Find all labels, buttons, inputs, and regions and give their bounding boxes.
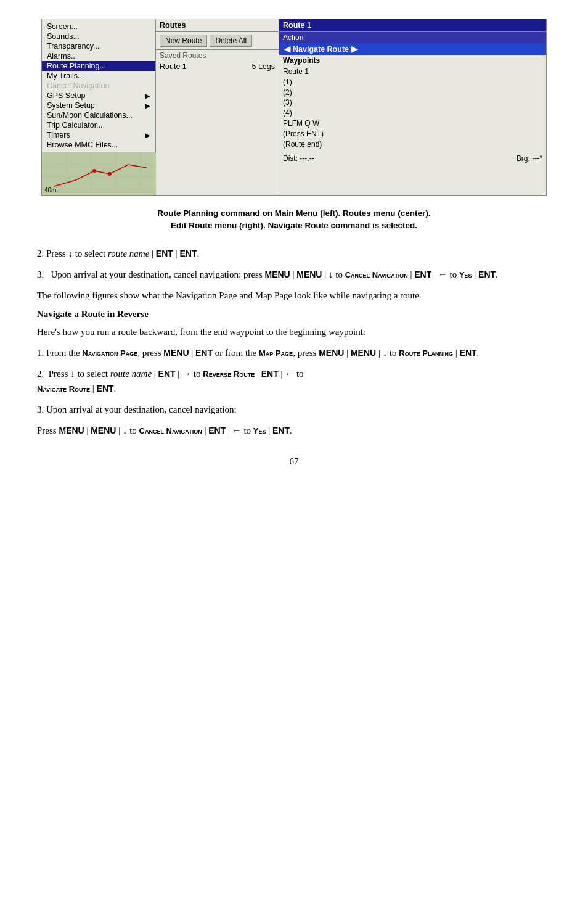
menu-item-cancel-nav: Cancel Navigation: [42, 81, 155, 91]
routes-header: Routes: [156, 19, 279, 32]
paragraph-step1: 1. From the Navigation Page, press MENU …: [37, 345, 551, 360]
route-detail-panel: Route 1 Action ◀ Navigate Route ▶ Waypoi…: [279, 19, 546, 195]
ent-key-2: ENT: [179, 249, 197, 258]
caption: Route Planning command on Main Menu (lef…: [37, 207, 551, 232]
reverse-route-label: Reverse Route: [203, 369, 255, 379]
menu-key: MENU: [264, 269, 290, 279]
route-name-italic-2: route name: [110, 369, 152, 379]
navigate-route-item[interactable]: ◀ Navigate Route ▶: [279, 43, 546, 55]
paragraph-step2: 2. Press ↓ to select route name | ENT | …: [37, 366, 551, 396]
menu-key-2: MENU: [351, 348, 376, 358]
menu-item-alarms[interactable]: Alarms...: [42, 51, 155, 61]
action-label: Action: [283, 33, 303, 42]
main-menu: Screen... Sounds... Transparency... Alar…: [42, 19, 156, 152]
waypoint-route-end: (Route end): [283, 139, 542, 150]
menu-item-screen[interactable]: Screen...: [42, 22, 155, 31]
menu-key-2: MENU: [296, 269, 322, 279]
menu-item-transparency[interactable]: Transparency...: [42, 41, 155, 51]
route-planning-label: Route Planning: [399, 348, 453, 358]
route-legs: 5 Legs: [251, 62, 275, 71]
menu-item-browse-mmc[interactable]: Browse MMC Files...: [42, 140, 155, 150]
new-route-button[interactable]: New Route: [160, 35, 207, 47]
left-panel: Screen... Sounds... Transparency... Alar…: [42, 19, 156, 195]
waypoint-4: (4): [283, 108, 542, 118]
nav-arrow-left-icon: ◀: [284, 44, 290, 54]
waypoint-1: (1): [283, 77, 542, 88]
map-page-label: Map Page: [259, 348, 293, 358]
waypoint-plfm: PLFM Q W: [283, 118, 542, 129]
navigate-route-label-2: Navigate Route: [37, 384, 90, 393]
map-scale-label: 40mi: [44, 187, 58, 194]
page-number: 67: [37, 456, 551, 467]
menu-item-my-trails[interactable]: My Trails...: [42, 71, 155, 81]
map-svg: [42, 152, 156, 195]
ent-key: ENT: [158, 369, 176, 379]
menu-item-timers[interactable]: Timers ▶: [42, 130, 155, 140]
route-detail-content: Route 1 (1) (2) (3) (4) PLFM Q W (Press …: [279, 66, 546, 150]
ent-key: ENT: [208, 426, 226, 435]
menu-item-gps-setup[interactable]: GPS Setup ▶: [42, 91, 155, 101]
ent-key: ENT: [272, 426, 290, 435]
saved-routes-label: Saved Routes: [156, 50, 279, 61]
menu-key: MENU: [319, 348, 344, 358]
menu-item-trip-calc[interactable]: Trip Calculator...: [42, 120, 155, 130]
caption-line2: Edit Route menu (right). Navigate Route …: [171, 221, 417, 230]
waypoints-label: Waypoints: [279, 55, 546, 66]
waypoint-2: (2): [283, 88, 542, 98]
map-area: 40mi: [42, 152, 156, 195]
arrow-icon: ▶: [145, 102, 150, 109]
ent-key: ENT: [460, 348, 477, 358]
menu-item-route-planning[interactable]: Route Planning...: [42, 61, 155, 71]
cancel-nav-label-2: Cancel Navigation: [139, 426, 202, 435]
menu-key-2: MENU: [91, 426, 116, 435]
ent-key: ENT: [195, 348, 213, 358]
nav-arrow-right-icon: ▶: [351, 44, 357, 54]
svg-point-8: [108, 172, 112, 176]
paragraph-step3: 3. Upon arrival at your destination, can…: [37, 402, 551, 417]
ent-key: ENT: [156, 249, 173, 258]
caption-line1: Route Planning command on Main Menu (lef…: [157, 208, 430, 218]
route-detail-footer: Dist: ---.-- Brg: ---°: [279, 152, 546, 165]
arrow-icon: ▶: [145, 132, 150, 139]
routes-panel: Routes New Route Delete All Saved Routes…: [156, 19, 279, 195]
screenshot-panel: Screen... Sounds... Transparency... Alar…: [41, 19, 547, 196]
routes-buttons: New Route Delete All: [156, 32, 279, 50]
paragraph-step3b: Press MENU | MENU | ↓ to Cancel Navigati…: [37, 423, 551, 438]
paragraph-3: 3. Upon arrival at your destination, can…: [37, 267, 551, 282]
waypoint-route-name: Route 1: [283, 67, 542, 77]
ent-key: ENT: [414, 269, 431, 279]
menu-key: MENU: [163, 348, 189, 358]
delete-all-button[interactable]: Delete All: [210, 35, 252, 47]
navigate-route-label: Navigate Route: [293, 45, 349, 54]
paragraph-2: 2. Press ↓ to select route name | ENT | …: [37, 246, 551, 261]
waypoint-press-ent: (Press ENT): [283, 129, 542, 139]
menu-item-sun-moon[interactable]: Sun/Moon Calculations...: [42, 110, 155, 120]
action-row: Action: [279, 32, 546, 43]
ent-key: ENT: [97, 384, 114, 393]
paragraph-reverse-intro: Here's how you run a route backward, fro…: [37, 324, 551, 339]
route-name-italic: route name: [108, 249, 149, 258]
paragraph-figures: The following figures show what the Navi…: [37, 288, 551, 303]
menu-item-system-setup[interactable]: System Setup ▶: [42, 101, 155, 110]
brg-label: Brg: ---°: [517, 154, 542, 163]
ent-key: ENT: [261, 369, 279, 379]
menu-item-sounds[interactable]: Sounds...: [42, 31, 155, 41]
arrow-icon: ▶: [145, 93, 150, 99]
nav-page-label: Navigation Page: [82, 348, 137, 358]
ent-key: ENT: [478, 269, 496, 279]
dist-label: Dist: ---.--: [283, 154, 314, 163]
yes-label-2: Yes: [253, 426, 266, 435]
svg-point-7: [92, 169, 96, 173]
yes-label: Yes: [459, 270, 472, 279]
menu-key: MENU: [59, 426, 84, 435]
route-name: Route 1: [160, 62, 187, 71]
cancel-nav-label: Cancel Navigation: [345, 270, 408, 279]
waypoint-3: (3): [283, 97, 542, 108]
route-detail-header: Route 1: [279, 19, 546, 32]
route-row[interactable]: Route 1 5 Legs: [156, 61, 279, 72]
section-heading-reverse: Navigate a Route in Reverse: [37, 309, 551, 319]
